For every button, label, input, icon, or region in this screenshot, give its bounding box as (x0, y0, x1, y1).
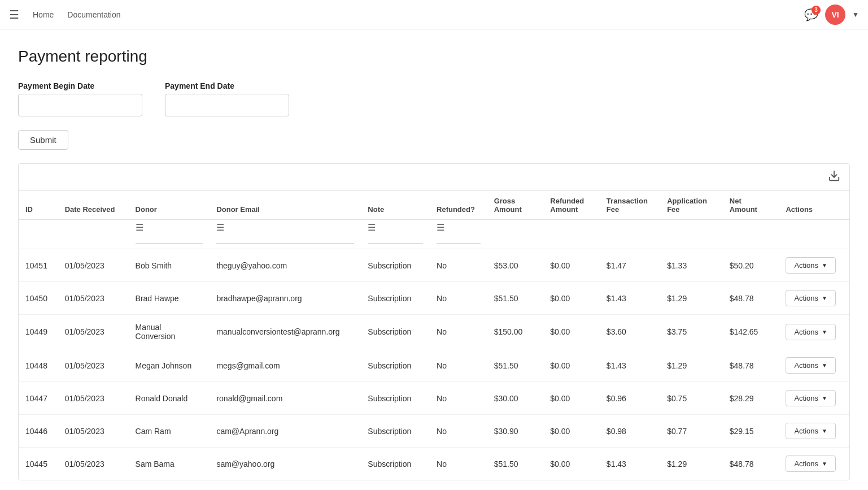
cell-id: 10446 (19, 415, 58, 448)
cell-actions: Actions ▼ (779, 382, 849, 415)
cell-refunded-amt: $0.00 (543, 415, 600, 448)
cell-tx-fee: $1.43 (600, 448, 660, 480)
cell-app-fee: $1.29 (660, 282, 723, 315)
cell-donor: Bob Smith (129, 249, 210, 282)
actions-label: Actions (794, 261, 818, 270)
cell-app-fee: $1.33 (660, 249, 723, 282)
actions-label: Actions (794, 394, 818, 402)
table-toolbar (19, 164, 849, 191)
col-header-actions: Actions (779, 191, 849, 220)
cell-tx-fee: $1.47 (600, 249, 660, 282)
filter-note-icon[interactable]: ☰ (368, 223, 376, 232)
payment-table: ID Date Received Donor Donor Email Note … (19, 191, 849, 480)
cell-id: 10450 (19, 282, 58, 315)
begin-date-label: Payment Begin Date (18, 81, 142, 90)
notification-button[interactable]: 💬 3 (804, 8, 818, 21)
cell-date: 01/05/2023 (58, 249, 129, 282)
filter-note: ☰ (361, 220, 430, 249)
filter-refunded-icon[interactable]: ☰ (437, 223, 444, 232)
cell-net: $48.78 (723, 282, 779, 315)
cell-app-fee: $3.75 (660, 315, 723, 349)
filter-net (723, 220, 779, 249)
cell-app-fee: $0.75 (660, 382, 723, 415)
filter-refunded: ☰ (430, 220, 487, 249)
begin-date-input[interactable] (18, 94, 142, 116)
submit-button[interactable]: Submit (18, 130, 68, 150)
cell-app-fee: $1.29 (660, 349, 723, 382)
cell-tx-fee: $1.43 (600, 349, 660, 382)
cell-app-fee: $1.29 (660, 448, 723, 480)
cell-donor: Brad Hawpe (129, 282, 210, 315)
cell-gross: $51.50 (487, 448, 544, 480)
cell-id: 10451 (19, 249, 58, 282)
nav-documentation[interactable]: Documentation (67, 10, 120, 19)
cell-actions: Actions ▼ (779, 448, 849, 480)
cell-email: sam@yahoo.org (210, 448, 361, 480)
filter-note-input[interactable] (368, 233, 423, 244)
table-row: 10450 01/05/2023 Brad Hawpe bradhawpe@ap… (19, 282, 849, 315)
filter-refunded-input[interactable] (437, 233, 481, 244)
cell-refunded-amt: $0.00 (543, 448, 600, 480)
cell-email: theguy@yahoo.com (210, 249, 361, 282)
cell-email: megs@gmail.com (210, 349, 361, 382)
filter-gross (487, 220, 544, 249)
cell-note: Subscription (361, 382, 430, 415)
date-filter-form: Payment Begin Date Payment End Date (18, 81, 850, 116)
col-header-id: ID (19, 191, 58, 220)
cell-actions: Actions ▼ (779, 282, 849, 315)
filter-donor-icon[interactable]: ☰ (136, 223, 143, 232)
cell-email: manualconversiontest@aprann.org (210, 315, 361, 349)
filter-donor-input[interactable] (136, 233, 203, 244)
cell-gross: $30.90 (487, 415, 544, 448)
cell-actions: Actions ▼ (779, 249, 849, 282)
download-button[interactable] (828, 170, 840, 185)
actions-button[interactable]: Actions ▼ (786, 257, 836, 274)
actions-chevron-icon: ▼ (822, 428, 827, 434)
actions-label: Actions (794, 294, 818, 302)
hamburger-icon[interactable]: ☰ (9, 8, 19, 21)
cell-refunded: No (430, 349, 487, 382)
cell-refunded-amt: $0.00 (543, 349, 600, 382)
cell-refunded: No (430, 249, 487, 282)
payment-table-container: ID Date Received Donor Donor Email Note … (18, 163, 850, 480)
avatar-chevron-icon[interactable]: ▼ (852, 11, 859, 19)
actions-chevron-icon: ▼ (822, 395, 827, 401)
notification-badge: 3 (812, 6, 821, 15)
end-date-label: Payment End Date (165, 81, 289, 90)
cell-date: 01/05/2023 (58, 282, 129, 315)
col-header-refunded: Refunded? (430, 191, 487, 220)
actions-button[interactable]: Actions ▼ (786, 390, 836, 406)
table-filter-row: ☰ ☰ ☰ ☰ (19, 220, 849, 249)
cell-net: $50.20 (723, 249, 779, 282)
cell-net: $28.29 (723, 382, 779, 415)
col-header-gross: GrossAmount (487, 191, 544, 220)
filter-id (19, 220, 58, 249)
avatar[interactable]: VI (825, 5, 845, 25)
main-content: Payment reporting Payment Begin Date Pay… (0, 29, 868, 490)
filter-refamt (543, 220, 600, 249)
cell-email: ronald@gmail.com (210, 382, 361, 415)
actions-button[interactable]: Actions ▼ (786, 290, 836, 306)
end-date-input[interactable] (165, 94, 289, 116)
actions-button[interactable]: Actions ▼ (786, 456, 836, 472)
cell-id: 10447 (19, 382, 58, 415)
filter-email-icon[interactable]: ☰ (216, 223, 224, 232)
cell-tx-fee: $1.43 (600, 282, 660, 315)
navbar-right: 💬 3 VI ▼ (804, 5, 859, 25)
actions-button[interactable]: Actions ▼ (786, 357, 836, 374)
cell-note: Subscription (361, 315, 430, 349)
filter-email-input[interactable] (216, 233, 354, 244)
cell-note: Subscription (361, 349, 430, 382)
cell-refunded: No (430, 415, 487, 448)
actions-button[interactable]: Actions ▼ (786, 423, 836, 439)
actions-button[interactable]: Actions ▼ (786, 324, 836, 340)
cell-email: cam@Aprann.org (210, 415, 361, 448)
actions-chevron-icon: ▼ (822, 362, 827, 368)
col-header-donor-email: Donor Email (210, 191, 361, 220)
cell-note: Subscription (361, 249, 430, 282)
cell-donor: Manual Conversion (129, 315, 210, 349)
cell-refunded: No (430, 382, 487, 415)
begin-date-group: Payment Begin Date (18, 81, 142, 116)
nav-home[interactable]: Home (33, 10, 54, 19)
cell-refunded: No (430, 448, 487, 480)
